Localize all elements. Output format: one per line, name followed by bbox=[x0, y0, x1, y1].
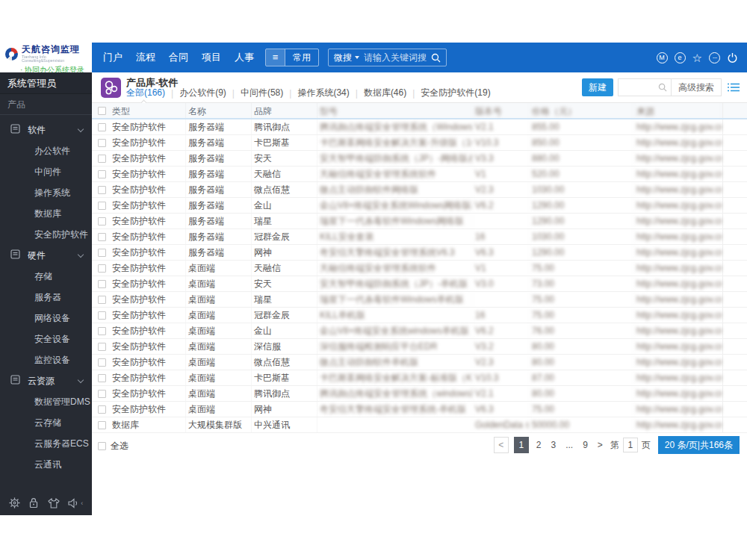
table-row[interactable]: 安全防护软件服务器端腾讯御点腾讯御点终端安全管理系统（Windows版）V2.1… bbox=[92, 119, 747, 135]
table-row[interactable]: 安全防护软件桌面端腾讯御点腾讯御点终端安全管理系统（windows版）V2.1V… bbox=[92, 386, 747, 402]
row-checkbox[interactable] bbox=[98, 390, 106, 398]
table-row[interactable]: 安全防护软件桌面端微点佰慧微点主动防御软件单机版V2.380.00http://… bbox=[92, 355, 747, 370]
sidebar-item-2-0[interactable]: 数据管理DMS bbox=[0, 391, 92, 412]
sidebar-group-0[interactable]: 软件 bbox=[0, 119, 92, 140]
sidebar-item-2-1[interactable]: 云存储 bbox=[0, 412, 92, 433]
tab-1[interactable]: 办公软件(9) bbox=[179, 87, 226, 99]
sidebar-item-0-3[interactable]: 数据库 bbox=[0, 203, 92, 224]
theme-icon[interactable] bbox=[48, 498, 60, 508]
sidebar-item-0-1[interactable]: 中间件 bbox=[0, 161, 92, 182]
m-badge-icon[interactable]: M bbox=[657, 52, 668, 63]
row-checkbox[interactable] bbox=[98, 311, 106, 320]
sidebar-item-1-2[interactable]: 网络设备 bbox=[0, 308, 92, 329]
row-checkbox[interactable] bbox=[98, 405, 106, 414]
cell-price-blurred: 75.00 bbox=[530, 292, 634, 307]
sidebar-item-1-4[interactable]: 监控设备 bbox=[0, 349, 92, 370]
sidebar-item-1-3[interactable]: 安全设备 bbox=[0, 329, 92, 349]
table-row[interactable]: 数据库大规模集群版中兴通讯GoldenData s...50000.00http… bbox=[92, 417, 747, 433]
table-row[interactable]: 安全防护软件桌面端瑞星瑞星下一代杀毒软件Windows单机版75.00http:… bbox=[92, 292, 747, 308]
nav-item-2[interactable]: 合同 bbox=[162, 43, 195, 72]
nav-item-1[interactable]: 流程 bbox=[129, 43, 162, 72]
row-checkbox[interactable] bbox=[98, 358, 106, 367]
table-row[interactable]: 安全防护软件服务器端瑞星瑞星下一代杀毒软件Windows网络版1290.00ht… bbox=[92, 214, 747, 229]
jump-page-input[interactable]: 1 bbox=[623, 438, 638, 452]
tab-0[interactable]: 全部(166) bbox=[126, 87, 165, 99]
e-badge-icon[interactable]: e bbox=[675, 52, 686, 63]
sidebar-item-0-0[interactable]: 办公软件 bbox=[0, 140, 92, 161]
sidebar-group-2[interactable]: 云资源 bbox=[0, 370, 92, 391]
table-row[interactable]: 安全防护软件服务器端金山金山V8+终端安全系统Windows网络版本V6.212… bbox=[92, 198, 747, 214]
page-button-9[interactable]: 9 bbox=[580, 440, 590, 450]
row-checkbox[interactable] bbox=[98, 421, 106, 429]
next-page-button[interactable]: > bbox=[595, 440, 605, 450]
page-size-button[interactable]: 20 条/页|共166条 bbox=[658, 436, 740, 454]
nav-item-3[interactable]: 项目 bbox=[195, 43, 228, 72]
tab-5[interactable]: 安全防护软件(19) bbox=[421, 87, 490, 99]
select-all-checkbox[interactable] bbox=[98, 442, 106, 450]
lock-icon[interactable] bbox=[28, 497, 39, 508]
table-row[interactable]: 安全防护软件桌面端天融信天融信终端安全管理系统软件V175.00http://w… bbox=[92, 261, 747, 276]
menu-icon[interactable]: ≡ bbox=[266, 49, 285, 66]
page-button-3[interactable]: 3 bbox=[548, 440, 558, 450]
nav-item-0[interactable]: 门户 bbox=[96, 43, 129, 72]
table-row[interactable]: 安全防护软件服务器端微点佰慧微点主动防御软件网络版V2.31030.00http… bbox=[92, 182, 747, 198]
table-search-input[interactable] bbox=[618, 78, 672, 96]
search-input[interactable]: 请输入关键词搜 bbox=[364, 52, 427, 64]
row-checkbox[interactable] bbox=[98, 374, 106, 382]
row-checkbox[interactable] bbox=[98, 296, 106, 304]
sidebar-item-2-2[interactable]: 云服务器ECS bbox=[0, 433, 92, 454]
sidebar-item-1-1[interactable]: 服务器 bbox=[0, 287, 92, 308]
prev-page-button[interactable]: < bbox=[494, 437, 509, 453]
row-checkbox[interactable] bbox=[98, 249, 106, 257]
row-checkbox[interactable] bbox=[98, 280, 106, 288]
table-row[interactable]: 安全防护软件桌面端金山金山V8+终端安全系统windows单机版V6.276.0… bbox=[92, 323, 747, 339]
search-icon[interactable] bbox=[431, 53, 441, 63]
advanced-search-button[interactable]: 高级搜索 bbox=[671, 78, 722, 96]
sidebar-item-2-3[interactable]: 云通讯 bbox=[0, 454, 92, 475]
power-icon[interactable] bbox=[727, 52, 738, 63]
row-checkbox[interactable] bbox=[98, 139, 106, 147]
collapse-chevron-icon[interactable]: ‹ bbox=[81, 500, 83, 507]
table-row[interactable]: 安全防护软件桌面端冠群金辰KILL单机版1675.00http://www.zj… bbox=[92, 308, 747, 323]
row-checkbox[interactable] bbox=[98, 343, 106, 351]
search-scope-dropdown[interactable]: 微搜 bbox=[334, 52, 359, 64]
list-view-icon[interactable] bbox=[728, 82, 740, 93]
sidebar-item-0-4[interactable]: 安全防护软件 bbox=[0, 224, 92, 245]
star-icon[interactable]: ☆ bbox=[692, 52, 702, 63]
page-button-2[interactable]: 2 bbox=[534, 440, 544, 450]
speaker-icon[interactable] bbox=[68, 498, 79, 508]
table-row[interactable]: 安全防护软件桌面端安天安天智甲终端防御系统（JP）-单机版V3.073.00ht… bbox=[92, 276, 747, 292]
row-checkbox[interactable] bbox=[98, 186, 106, 194]
table-row[interactable]: 安全防护软件服务器端安天安天智甲终端防御系统（JP）-网络版杀毒软件V3.388… bbox=[92, 151, 747, 167]
sidebar-item-1-0[interactable]: 存储 bbox=[0, 266, 92, 287]
tab-3[interactable]: 操作系统(34) bbox=[297, 87, 349, 99]
select-all-header-checkbox[interactable] bbox=[98, 107, 106, 115]
row-checkbox[interactable] bbox=[98, 233, 106, 241]
gear-icon[interactable] bbox=[9, 497, 20, 508]
more-icon[interactable]: ··· bbox=[709, 52, 720, 63]
table-row[interactable]: 安全防护软件服务器端网神奇安信天擎终端安全管理系统V6.3V6.31290.00… bbox=[92, 245, 747, 261]
new-button[interactable]: 新建 bbox=[582, 78, 613, 96]
table-row[interactable]: 安全防护软件桌面端网神奇安信天擎终端安全管理系统-单机版V6.375.00htt… bbox=[92, 402, 747, 417]
page-button-...[interactable]: ... bbox=[563, 440, 575, 450]
table-row[interactable]: 安全防护软件服务器端冠群金辰KILL安全套装161030.00http://ww… bbox=[92, 229, 747, 245]
row-checkbox[interactable] bbox=[98, 264, 106, 273]
table-row[interactable]: 安全防护软件桌面端深信服深信服终端检测响应平台EDRV3.280.00http:… bbox=[92, 339, 747, 355]
sidebar-group-1[interactable]: 硬件 bbox=[0, 245, 92, 266]
row-checkbox[interactable] bbox=[98, 170, 106, 178]
nav-item-pinned[interactable]: 常用 bbox=[285, 52, 318, 64]
row-checkbox[interactable] bbox=[98, 217, 106, 225]
tab-2[interactable]: 中间件(58) bbox=[241, 87, 283, 99]
nav-item-4[interactable]: 人事 bbox=[228, 43, 261, 72]
row-checkbox[interactable] bbox=[98, 123, 106, 131]
sidebar-section-product[interactable]: 产品 bbox=[0, 94, 92, 115]
tab-4[interactable]: 数据库(46) bbox=[364, 87, 406, 99]
table-row[interactable]: 安全防护软件桌面端卡巴斯基卡巴斯基网络安全解决方案-标准版（KL）-KO...V… bbox=[92, 370, 747, 386]
table-row[interactable]: 安全防护软件服务器端卡巴斯基卡巴斯基网络安全解决方案-升级版（10-99...V… bbox=[92, 135, 747, 151]
row-checkbox[interactable] bbox=[98, 155, 106, 163]
row-checkbox[interactable] bbox=[98, 202, 106, 210]
sidebar-item-0-2[interactable]: 操作系统 bbox=[0, 182, 92, 203]
row-checkbox[interactable] bbox=[98, 327, 106, 335]
page-button-1[interactable]: 1 bbox=[514, 437, 529, 453]
table-row[interactable]: 安全防护软件服务器端天融信天融信终端安全管理系统软件V1520.00http:/… bbox=[92, 167, 747, 182]
